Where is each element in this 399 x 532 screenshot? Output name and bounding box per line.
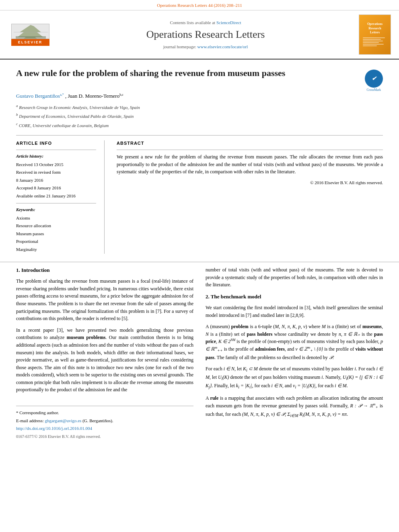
author2-sup: b,c: [119, 93, 123, 97]
revised-label: Received in revised form: [16, 169, 96, 176]
contents-label: Contents lists available at ScienceDirec…: [60, 20, 351, 26]
benchmark-num: 2.: [206, 294, 210, 300]
keywords-label: Keywords:: [16, 207, 96, 213]
doi-link[interactable]: http://dx.doi.org/10.1016/j.orl.2016.01.…: [16, 426, 92, 431]
affiliation-c-text: CORE, Université catholique de Louvain, …: [19, 123, 109, 127]
info-divider-1: [16, 150, 96, 150]
citation-bar: Operations Research Letters 44 (2016) 20…: [0, 0, 399, 10]
author1-sup: a,*: [60, 93, 64, 97]
journal-center: Contents lists available at ScienceDirec…: [52, 20, 359, 50]
history-label: Article history:: [16, 153, 96, 159]
keywords-section: Keywords: Axioms Resource allocation Mus…: [16, 203, 96, 253]
elsevier-tree-image: [11, 24, 49, 39]
intro-section-title: Introduction: [21, 267, 50, 273]
elsevier-brand-text: ELSEVIER: [11, 39, 49, 46]
intro-heading: 1. Introduction: [16, 266, 193, 274]
right-col: number of total visits (with and without…: [206, 266, 383, 440]
intro-section-num: 1.: [16, 267, 20, 273]
journal-header: ELSEVIER Contents lists available at Sci…: [0, 10, 399, 60]
keyword-2: Resource allocation: [16, 222, 96, 229]
benchmark-heading: 2. The benchmark model: [206, 293, 383, 301]
footnotes: * Corresponding author. E-mail address: …: [16, 406, 193, 440]
affiliation-c: c CORE, Université catholique de Louvain…: [16, 121, 383, 129]
article-body: ✔ CrossMark A new rule for the problem o…: [0, 60, 399, 262]
article-title: A new rule for the problem of sharing th…: [16, 68, 290, 79]
abstract-divider: [117, 150, 383, 150]
available-date: Available online 21 January 2016: [16, 193, 96, 199]
footnote-corresponding: * Corresponding author.: [16, 409, 193, 416]
main-content: 1. Introduction The problem of sharing t…: [0, 262, 399, 448]
thumb-line-5: [363, 44, 384, 45]
affiliation-b-text: Department of Economics, Universidad Pab…: [19, 114, 134, 119]
journal-title: Operations Research Letters: [60, 27, 351, 42]
affiliation-a-text: Research Group in Economic Analysis, Uni…: [19, 105, 140, 110]
title-row: ✔ CrossMark A new rule for the problem o…: [16, 68, 383, 92]
affiliations: a Research Group in Economic Analysis, U…: [16, 103, 383, 129]
thumb-decoration: [363, 37, 387, 47]
left-col: 1. Introduction The problem of sharing t…: [16, 266, 193, 440]
benchmark-para-3: For each i ∈ N, let Ki ⊂ M denote the se…: [206, 365, 383, 390]
homepage-line: journal homepage: www.elsevier.com/locat…: [60, 44, 351, 50]
citation-text: Operations Research Letters 44 (2016) 20…: [157, 3, 242, 8]
accepted-date: Accepted 8 January 2016: [16, 185, 96, 191]
info-divider-2: [16, 203, 96, 203]
svg-rect-2: [16, 36, 46, 39]
info-abstract-row: ARTICLE INFO Article history: Received 1…: [16, 135, 383, 254]
footnote-doi: http://dx.doi.org/10.1016/j.orl.2016.01.…: [16, 425, 193, 432]
author2-name: , Juan D. Moreno-Ternero: [65, 93, 119, 99]
copyright-text: © 2016 Elsevier B.V. All rights reserved…: [117, 180, 383, 186]
intro-para-1: The problem of sharing the revenue from …: [16, 277, 193, 322]
benchmark-para-1: We start considering the first model int…: [206, 304, 383, 319]
elsevier-logo-area: ELSEVIER: [8, 24, 52, 46]
abstract-col: ABSTRACT We present a new rule for the p…: [117, 140, 383, 254]
keyword-4: Proportional: [16, 238, 96, 245]
authors-line: Gustavo Bergantiñosa,* , Juan D. Moreno-…: [16, 92, 383, 100]
elsevier-logo: ELSEVIER: [8, 24, 52, 46]
benchmark-para-2: A (museum) problem is a 6-tuple (M, N, π…: [206, 323, 383, 361]
abstract-title: ABSTRACT: [117, 140, 383, 146]
thumb-line-6: [363, 45, 377, 46]
thumb-line-2: [363, 39, 381, 40]
intro-continued: number of total visits (with and without…: [206, 266, 383, 289]
body-columns: 1. Introduction The problem of sharing t…: [16, 266, 383, 440]
homepage-link[interactable]: www.elsevier.com/locate/orl: [197, 44, 248, 49]
abstract-text: We present a new rule for the problem of…: [117, 153, 383, 176]
author1-link[interactable]: Gustavo Bergantiñosa,*: [16, 93, 65, 99]
author1-name: Gustavo Bergantiños: [16, 93, 60, 99]
article-info-col: ARTICLE INFO Article history: Received 1…: [16, 140, 105, 254]
affiliation-b: b Department of Economics, Universidad P…: [16, 112, 383, 120]
received-date: Received 13 October 2015: [16, 161, 96, 168]
article-info-title: ARTICLE INFO: [16, 140, 96, 146]
benchmark-title: The benchmark model: [211, 294, 261, 300]
sciencedirect-link[interactable]: ScienceDirect: [216, 20, 241, 25]
footnote-email: E-mail address: gbgargant@uvigo.es (G. B…: [16, 417, 193, 424]
thumb-line-3: [363, 41, 383, 41]
thumb-line-1: [363, 37, 385, 38]
thumb-line-4: [363, 42, 379, 43]
crossmark-area: ✔ CrossMark: [361, 68, 383, 92]
revised-date: 8 January 2016: [16, 177, 96, 184]
journal-thumbnail: Operations Research Letters: [359, 14, 391, 55]
thumb-title: Operations Research Letters: [367, 22, 383, 35]
rights-text: 0167-6377/© 2016 Elsevier B.V. All right…: [16, 433, 193, 440]
intro-para-2: In a recent paper [3], we have presented…: [16, 327, 193, 394]
keyword-3: Museum passes: [16, 230, 96, 237]
keyword-1: Axioms: [16, 215, 96, 222]
affiliation-a: a Research Group in Economic Analysis, U…: [16, 103, 383, 111]
keyword-5: Marginality: [16, 246, 96, 253]
benchmark-para-4: A rule is a mapping that associates with…: [206, 394, 383, 419]
email-link[interactable]: gbgargant@uvigo.es: [45, 418, 81, 423]
